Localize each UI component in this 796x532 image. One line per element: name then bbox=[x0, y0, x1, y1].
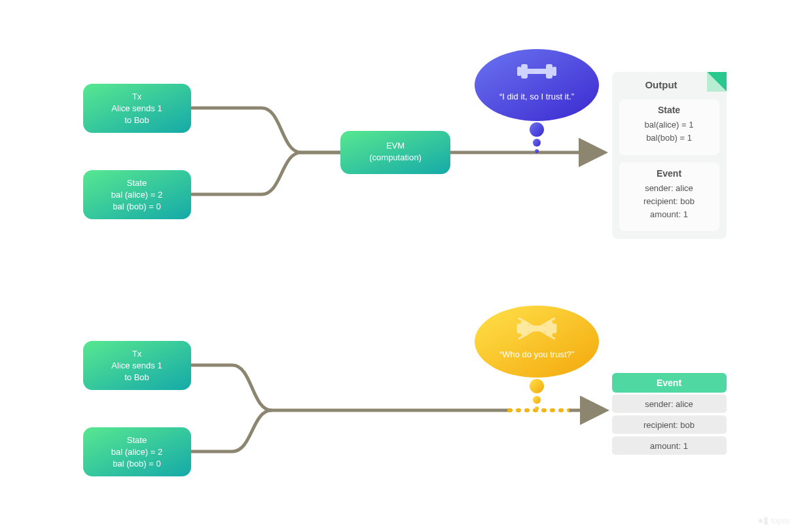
top-state-title: State bbox=[127, 178, 147, 188]
output-state-l2: bal(bob) = 1 bbox=[646, 133, 692, 143]
svg-rect-24 bbox=[517, 324, 521, 333]
bubble-blue-text: “I did it, so I trust it.” bbox=[499, 92, 574, 101]
svg-point-17 bbox=[475, 306, 599, 378]
event-row-2: amount: 1 bbox=[650, 441, 688, 451]
output-card: Output State bal(alice) = 1 bal(bob) = 1… bbox=[612, 72, 727, 239]
svg-rect-9 bbox=[546, 64, 552, 79]
node-top-tx: Tx Alice sends 1 to Bob bbox=[83, 84, 191, 133]
connector-top-tx-evm bbox=[190, 108, 340, 152]
svg-point-6 bbox=[535, 149, 539, 153]
bottom-tx-title: Tx bbox=[132, 349, 142, 359]
svg-rect-8 bbox=[521, 64, 528, 79]
svg-point-19 bbox=[533, 396, 541, 404]
output-event-l2: recipient: bob bbox=[643, 196, 695, 206]
output-event-l3: amount: 1 bbox=[650, 209, 688, 219]
output-event-l1: sender: alice bbox=[645, 183, 693, 193]
svg-point-5 bbox=[533, 139, 541, 147]
evm-line2: (computation) bbox=[369, 152, 421, 162]
top-state-line1: bal (alice) = 2 bbox=[111, 190, 162, 200]
bottom-tx-line1: Alice sends 1 bbox=[111, 361, 162, 370]
svg-point-20 bbox=[535, 406, 539, 410]
node-top-state: State bal (alice) = 2 bal (bob) = 0 bbox=[83, 170, 191, 219]
event-row-1: recipient: bob bbox=[643, 420, 695, 430]
bottom-state-line1: bal (alice) = 2 bbox=[111, 447, 162, 457]
bottom-tx-line2: to Bob bbox=[124, 372, 149, 382]
watermark-text: topos bbox=[771, 516, 790, 525]
output-event-title: Event bbox=[657, 168, 681, 179]
output-title: Output bbox=[645, 79, 677, 90]
watermark-logo: topos bbox=[759, 516, 790, 525]
output-state-title: State bbox=[658, 105, 680, 115]
node-evm: EVM (computation) bbox=[340, 131, 450, 174]
thought-bubble-blue: “I did it, so I trust it.” bbox=[475, 49, 599, 153]
top-tx-title: Tx bbox=[132, 92, 142, 101]
top-state-line2: bal (bob) = 0 bbox=[113, 202, 160, 211]
svg-point-3 bbox=[475, 49, 599, 121]
event-row-0: sender: alice bbox=[645, 399, 693, 409]
svg-rect-25 bbox=[552, 324, 556, 333]
svg-point-34 bbox=[764, 521, 768, 525]
svg-point-32 bbox=[759, 519, 763, 523]
bubble-yellow-text: “Who do you trust?” bbox=[499, 349, 574, 359]
bottom-state-line2: bal (bob) = 0 bbox=[113, 459, 160, 469]
evm-line1: EVM bbox=[386, 141, 405, 151]
svg-point-4 bbox=[530, 122, 544, 137]
top-tx-line2: to Bob bbox=[124, 115, 149, 125]
event-table: Event sender: alice recipient: bob amoun… bbox=[612, 373, 727, 455]
svg-rect-10 bbox=[517, 67, 521, 76]
node-bottom-tx: Tx Alice sends 1 to Bob bbox=[83, 341, 191, 390]
thought-bubble-yellow: “Who do you trust?” bbox=[475, 306, 599, 410]
output-state-l1: bal(alice) = 1 bbox=[645, 120, 694, 130]
svg-rect-11 bbox=[552, 67, 556, 76]
bottom-state-title: State bbox=[127, 435, 147, 445]
top-tx-line1: Alice sends 1 bbox=[111, 103, 162, 113]
connector-top-state-evm bbox=[190, 152, 340, 194]
svg-point-18 bbox=[530, 379, 544, 393]
connector-bottom-merge bbox=[190, 365, 509, 452]
svg-point-33 bbox=[764, 517, 768, 521]
node-bottom-state: State bal (alice) = 2 bal (bob) = 0 bbox=[83, 427, 191, 476]
event-title: Event bbox=[657, 378, 681, 388]
